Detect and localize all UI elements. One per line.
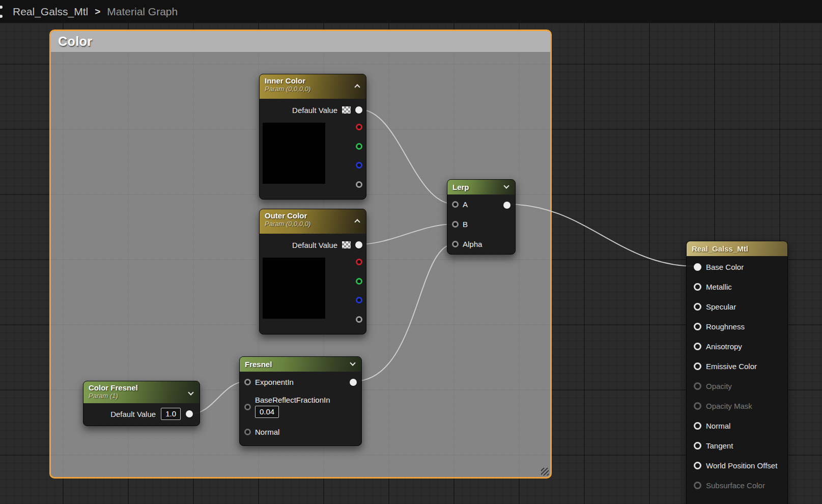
input-pin-icon[interactable] <box>694 402 701 410</box>
node-header[interactable]: Color Fresnel Param (1) <box>83 381 200 403</box>
input-pin-icon[interactable] <box>694 382 701 390</box>
collapse-chevron-down-icon[interactable] <box>188 389 193 395</box>
output-pin[interactable] <box>350 379 357 386</box>
output-pin-a[interactable] <box>356 181 362 188</box>
default-value-label: Default Value <box>292 241 337 249</box>
result-pin-row[interactable]: Specular <box>687 297 787 317</box>
color-preview[interactable] <box>263 258 325 319</box>
input-pin-exponent[interactable] <box>244 379 251 385</box>
material-graph-canvas[interactable]: Real_Galss_Mtl > Material Graph Color In… <box>0 0 822 504</box>
channel-pins <box>325 123 362 189</box>
result-pin-label: Normal <box>706 422 730 430</box>
input-pin-icon[interactable] <box>694 343 701 350</box>
output-pin-g[interactable] <box>356 278 362 285</box>
collapse-chevron-up-icon[interactable] <box>354 84 360 90</box>
result-pin-row[interactable]: Metallic <box>687 277 787 297</box>
result-pin-row[interactable]: Opacity <box>687 376 787 396</box>
node-header[interactable]: Lerp <box>447 180 515 194</box>
result-pin-row[interactable]: Anisotropy <box>687 337 787 356</box>
node-subtitle: Param (0,0,0,0) <box>265 220 351 228</box>
input-pin-icon[interactable] <box>694 482 701 489</box>
input-pin-icon[interactable] <box>694 323 701 330</box>
node-header[interactable]: Real_Galss_Mtl <box>687 241 787 256</box>
output-pin-value[interactable] <box>355 106 362 114</box>
input-pin-b[interactable] <box>452 221 459 228</box>
input-pin-normal[interactable] <box>244 429 251 435</box>
input-label-a: A <box>463 200 468 209</box>
input-pin-icon[interactable] <box>694 303 701 311</box>
output-pin-b[interactable] <box>356 162 362 169</box>
result-pin-list: Base Color Metallic Specular Roughness <box>687 256 787 495</box>
result-pin-label: Anisotropy <box>706 342 742 351</box>
node-outer-color[interactable]: Outer Color Param (0,0,0,0) Default Valu… <box>259 209 366 334</box>
result-pin-label: Emissive Color <box>706 362 757 371</box>
input-label-normal: Normal <box>255 428 279 436</box>
result-pin-label: Roughness <box>706 322 745 331</box>
node-header[interactable]: Fresnel <box>240 357 361 372</box>
result-pin-label: Opacity Mask <box>706 402 752 410</box>
result-pin-label: Base Color <box>706 263 744 271</box>
checker-swatch[interactable] <box>342 241 351 249</box>
node-lerp[interactable]: Lerp A B Alpha <box>447 179 516 255</box>
default-value-label: Default Value <box>292 106 337 115</box>
result-pin-row[interactable]: Tangent <box>687 436 787 456</box>
input-pin-alpha[interactable] <box>452 241 459 247</box>
breadcrumb-root[interactable]: Real_Galss_Mtl <box>13 6 88 18</box>
result-pin-label: Subsurface Color <box>706 481 765 490</box>
input-pin-icon[interactable] <box>694 263 701 271</box>
input-pin-icon[interactable] <box>694 442 701 450</box>
input-row-exponent: ExponentIn <box>240 372 361 392</box>
base-reflect-value-input[interactable]: 0.04 <box>255 406 279 418</box>
output-pin-r[interactable] <box>356 259 362 265</box>
default-value-input[interactable]: 1.0 <box>161 408 181 420</box>
input-pin-icon[interactable] <box>694 462 701 469</box>
collapse-chevron-down-icon[interactable] <box>350 360 355 366</box>
default-value-label: Default Value <box>110 410 156 418</box>
input-pin-a[interactable] <box>452 201 459 208</box>
collapse-chevron-up-icon[interactable] <box>354 219 360 225</box>
input-pin-icon[interactable] <box>694 362 701 370</box>
channel-pins <box>325 258 362 324</box>
param-body <box>260 121 366 189</box>
result-pin-label: Opacity <box>706 382 732 390</box>
node-fresnel[interactable]: Fresnel ExponentIn BaseReflectFractionIn… <box>239 356 362 446</box>
result-pin-label: Specular <box>706 302 736 311</box>
node-result-material[interactable]: Real_Galss_Mtl Base Color Metallic Specu… <box>686 241 788 504</box>
input-pin-base-reflect[interactable] <box>244 404 251 410</box>
output-pin-r[interactable] <box>356 124 362 130</box>
node-header[interactable]: Inner Color Param (0,0,0,0) <box>260 74 366 99</box>
output-pin[interactable] <box>503 202 511 209</box>
input-label-b: B <box>463 220 468 229</box>
output-pin-value[interactable] <box>355 241 362 248</box>
color-preview[interactable] <box>263 123 325 184</box>
input-pin-icon[interactable] <box>694 422 701 430</box>
result-pin-row[interactable]: Emissive Color <box>687 356 787 376</box>
collapse-chevron-down-icon[interactable] <box>503 183 509 188</box>
result-pin-label: Tangent <box>706 441 733 450</box>
node-color-fresnel[interactable]: Color Fresnel Param (1) Default Value 1.… <box>83 381 200 426</box>
node-title: Inner Color <box>265 76 351 85</box>
input-row-base-reflect: BaseReflectFractionIn 0.04 <box>240 392 361 422</box>
node-inner-color[interactable]: Inner Color Param (0,0,0,0) Default Valu… <box>259 74 366 200</box>
output-pin-a[interactable] <box>356 316 362 323</box>
output-pin-b[interactable] <box>356 297 362 303</box>
comment-title-bar[interactable]: Color <box>51 31 550 52</box>
result-pin-row[interactable]: Subsurface Color <box>687 475 787 495</box>
output-pin-g[interactable] <box>356 143 362 150</box>
result-pin-row[interactable]: World Position Offset <box>687 456 787 475</box>
result-pin-row[interactable]: Opacity Mask <box>687 396 787 416</box>
node-header[interactable]: Outer Color Param (0,0,0,0) <box>260 209 366 234</box>
result-pin-row[interactable]: Normal <box>687 416 787 436</box>
menu-icon[interactable] <box>0 6 5 18</box>
output-pin-value[interactable] <box>186 410 193 417</box>
result-pin-row[interactable]: Roughness <box>687 317 787 337</box>
input-pin-icon[interactable] <box>694 283 701 291</box>
result-pin-label: World Position Offset <box>706 461 777 470</box>
chevron-right-icon: > <box>95 6 100 17</box>
result-pin-row[interactable]: Base Color <box>687 257 787 277</box>
result-pin-label: Metallic <box>706 283 732 291</box>
checker-swatch[interactable] <box>342 106 351 114</box>
node-title: Lerp <box>452 183 469 191</box>
comment-resize-handle[interactable] <box>541 468 549 475</box>
node-title: Real_Galss_Mtl <box>692 244 748 253</box>
